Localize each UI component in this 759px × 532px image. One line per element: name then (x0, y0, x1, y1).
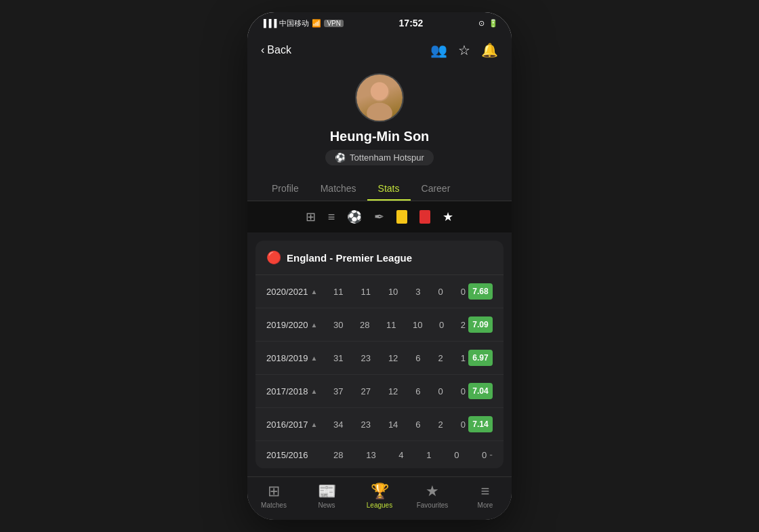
expand-icon: ▲ (310, 321, 317, 329)
expand-icon: ▲ (310, 388, 317, 395)
nav-more[interactable]: ≡ More (465, 483, 506, 509)
table-row[interactable]: 2017/2018 ▲ 37 27 12 6 0 0 7.04 (255, 375, 504, 408)
stats-icons-row: ⊞ ≡ ⚽ ✒ ★ (247, 201, 512, 232)
more-nav-icon: ≡ (481, 483, 490, 500)
table-row[interactable]: 2015/2016 28 13 4 1 0 0 - (255, 441, 504, 468)
season-year: 2018/2019 ▲ (266, 353, 331, 363)
season-year: 2017/2018 ▲ (266, 386, 331, 396)
signal-icon: ▐▐▐ (261, 19, 276, 27)
apps-icon[interactable]: ⊞ (306, 209, 316, 224)
carrier-label: 中国移动 (279, 18, 309, 28)
notification-icon[interactable]: 🔔 (481, 42, 498, 58)
chevron-left-icon: ‹ (261, 44, 264, 56)
club-name: Tottenham Hotspur (350, 152, 424, 163)
nav-favourites[interactable]: ★ Favourites (412, 483, 453, 509)
matches-nav-icon: ⊞ (268, 483, 280, 500)
season-stats: 37 27 12 6 0 0 (331, 386, 468, 396)
tab-stats[interactable]: Stats (367, 176, 411, 201)
back-button[interactable]: ‹ Back (261, 44, 291, 56)
alarm-icon: ⊙ (478, 19, 485, 28)
assist-icon[interactable]: ✒ (374, 209, 384, 224)
rating-badge: 7.09 (468, 316, 493, 333)
table-row[interactable]: 2018/2019 ▲ 31 23 12 6 2 1 6.97 (255, 342, 504, 375)
back-label: Back (267, 44, 291, 56)
player-header: Heung-Min Son ⚽ Tottenham Hotspur (247, 66, 512, 176)
league-flag: 🔴 (266, 250, 281, 265)
rating-badge: 6.97 (468, 350, 493, 366)
season-year: 2019/2020 ▲ (266, 320, 331, 330)
add-friend-icon[interactable]: 👥 (430, 42, 447, 58)
bottom-nav: ⊞ Matches 📰 News 🏆 Leagues ★ Favourites … (247, 476, 512, 520)
red-card-icon[interactable] (419, 210, 430, 224)
app-content: ‹ Back 👥 ☆ 🔔 Heung- (247, 34, 512, 520)
club-badge: ⚽ Tottenham Hotspur (325, 150, 434, 165)
season-stats: 34 23 14 6 2 0 (331, 420, 468, 430)
league-section: 🔴 England - Premier League 2020/2021 ▲ 1… (255, 241, 504, 468)
leagues-nav-icon: 🏆 (371, 483, 389, 500)
expand-icon: ▲ (310, 421, 317, 428)
battery-icon: 🔋 (489, 19, 498, 28)
svg-point-2 (371, 82, 388, 100)
avatar-face (356, 73, 403, 122)
player-avatar (355, 73, 404, 122)
status-time: 17:52 (399, 18, 424, 28)
rating-badge: 7.04 (468, 383, 493, 399)
wifi-icon: 📶 (312, 19, 321, 28)
leagues-nav-label: Leagues (367, 502, 392, 509)
tab-career[interactable]: Career (411, 176, 461, 201)
favourites-nav-icon: ★ (426, 483, 439, 500)
tab-matches[interactable]: Matches (310, 176, 367, 201)
league-name: England - Premier League (287, 252, 412, 264)
favourites-nav-label: Favourites (417, 502, 449, 509)
season-stats: 28 13 4 1 0 0 (331, 450, 489, 460)
season-stats: 30 28 11 10 0 2 (331, 320, 468, 330)
season-stats: 31 23 12 6 2 1 (331, 353, 468, 363)
status-right: ⊙ 🔋 (478, 19, 498, 28)
svg-point-1 (367, 103, 392, 122)
phone-frame: ▐▐▐ 中国移动 📶 VPN 17:52 ⊙ 🔋 ‹ Back 👥 ☆ 🔔 (247, 12, 512, 520)
matches-nav-label: Matches (261, 502, 287, 509)
player-name: Heung-Min Son (330, 129, 430, 144)
nav-news[interactable]: 📰 News (306, 483, 347, 509)
tabs-row: Profile Matches Stats Career (247, 176, 512, 201)
expand-icon: ▲ (310, 288, 317, 295)
star-filter-icon[interactable]: ★ (443, 209, 453, 224)
season-stats: 11 11 10 3 0 0 (331, 287, 468, 297)
club-icon: ⚽ (335, 152, 346, 163)
rating-badge: 7.68 (468, 283, 493, 300)
table-row[interactable]: 2020/2021 ▲ 11 11 10 3 0 0 7.68 (255, 275, 504, 308)
rating-none: - (489, 449, 493, 460)
ball-icon[interactable]: ⚽ (347, 209, 362, 224)
season-year: 2016/2017 ▲ (266, 420, 331, 430)
tab-profile[interactable]: Profile (261, 176, 310, 201)
favorite-icon[interactable]: ☆ (458, 42, 470, 58)
list-icon[interactable]: ≡ (328, 210, 335, 224)
season-year: 2015/2016 (266, 450, 331, 460)
yellow-card-icon[interactable] (396, 210, 407, 224)
news-nav-icon: 📰 (318, 483, 336, 500)
nav-leagues[interactable]: 🏆 Leagues (359, 483, 400, 509)
nav-bar: ‹ Back 👥 ☆ 🔔 (247, 34, 512, 66)
table-row[interactable]: 2019/2020 ▲ 30 28 11 10 0 2 7.09 (255, 308, 504, 342)
season-year: 2020/2021 ▲ (266, 287, 331, 297)
rating-badge: 7.14 (468, 416, 493, 432)
status-left: ▐▐▐ 中国移动 📶 VPN (261, 18, 344, 28)
status-bar: ▐▐▐ 中国移动 📶 VPN 17:52 ⊙ 🔋 (247, 12, 512, 34)
table-row[interactable]: 2016/2017 ▲ 34 23 14 6 2 0 7.14 (255, 408, 504, 441)
vpn-label: VPN (324, 20, 344, 27)
nav-matches[interactable]: ⊞ Matches (253, 483, 294, 509)
nav-icons: 👥 ☆ 🔔 (430, 42, 498, 58)
league-header: 🔴 England - Premier League (255, 241, 504, 275)
more-nav-label: More (478, 502, 493, 509)
expand-icon: ▲ (310, 354, 317, 362)
news-nav-label: News (318, 502, 335, 509)
avatar-svg (356, 73, 403, 122)
